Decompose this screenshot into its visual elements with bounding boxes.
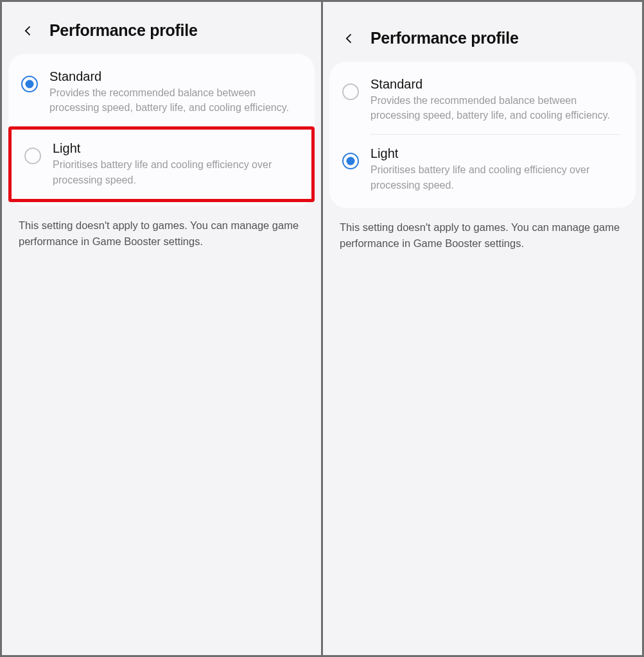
option-light-title: Light [53, 141, 297, 156]
option-light-text: Light Prioritises battery life and cooli… [370, 146, 622, 192]
screen-left: Performance profile Standard Provides th… [2, 2, 321, 655]
option-standard[interactable]: Standard Provides the recommended balanc… [329, 65, 636, 134]
option-light-desc: Prioritises battery life and cooling eff… [370, 162, 622, 192]
option-standard[interactable]: Standard Provides the recommended balanc… [8, 58, 315, 126]
option-standard-text: Standard Provides the recommended balanc… [49, 69, 300, 115]
radio-light[interactable] [24, 148, 41, 164]
option-light[interactable]: Light Prioritises battery life and cooli… [329, 135, 636, 203]
radio-light[interactable] [342, 153, 359, 169]
option-light[interactable]: Light Prioritises battery life and cooli… [8, 126, 315, 201]
footnote: This setting doesn't apply to games. You… [2, 206, 321, 250]
option-standard-text: Standard Provides the recommended balanc… [370, 77, 622, 123]
options-card: Standard Provides the recommended balanc… [329, 62, 636, 208]
option-light-text: Light Prioritises battery life and cooli… [53, 141, 297, 187]
option-light-desc: Prioritises battery life and cooling eff… [53, 157, 297, 187]
back-icon[interactable] [21, 24, 35, 38]
page-title: Performance profile [370, 29, 518, 47]
option-standard-title: Standard [370, 77, 622, 92]
page-title: Performance profile [49, 21, 197, 40]
option-standard-title: Standard [49, 69, 300, 84]
option-standard-desc: Provides the recommended balance between… [370, 93, 622, 123]
header: Performance profile [323, 29, 642, 62]
option-standard-desc: Provides the recommended balance between… [49, 85, 300, 115]
footnote: This setting doesn't apply to games. You… [323, 208, 642, 252]
back-icon[interactable] [342, 31, 356, 46]
option-light-title: Light [370, 146, 622, 161]
screen-right: Performance profile Standard Provides th… [323, 2, 642, 655]
radio-standard[interactable] [342, 83, 359, 100]
radio-standard[interactable] [21, 76, 38, 92]
header: Performance profile [2, 21, 321, 54]
options-card: Standard Provides the recommended balanc… [8, 54, 315, 206]
